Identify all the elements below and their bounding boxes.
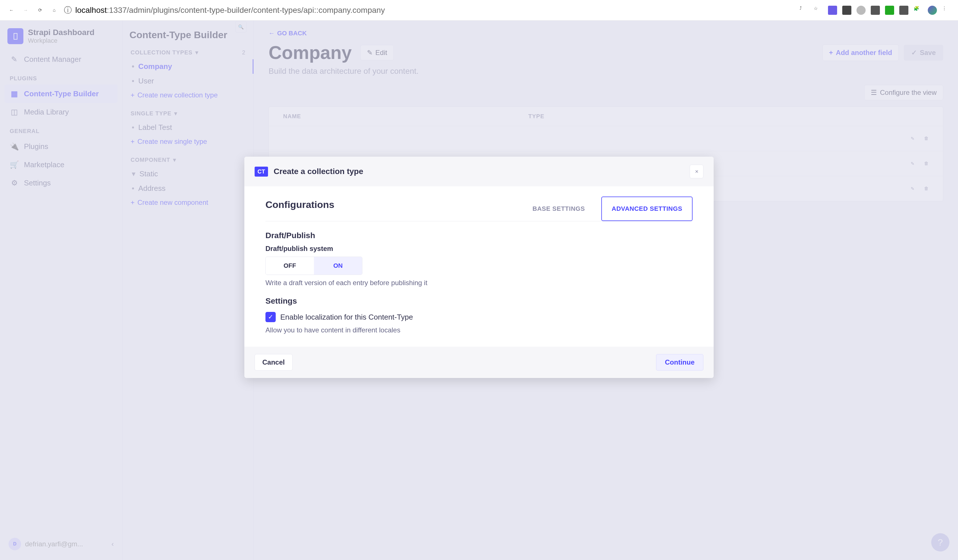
localization-label: Enable localization for this Content-Typ… [280,313,413,321]
settings-heading: Settings [265,287,693,310]
menu-icon[interactable]: ⋮ [942,6,951,15]
toggle-on[interactable]: ON [314,257,362,275]
tab-base-settings[interactable]: BASE SETTINGS [522,196,595,221]
ext-icon[interactable] [856,6,866,15]
draft-publish-heading: Draft/Publish [265,221,693,245]
ext-icon[interactable] [885,6,894,15]
share-icon[interactable]: ⤴ [799,6,809,15]
checkbox-checked-icon: ✓ [265,312,276,322]
tab-advanced-settings[interactable]: ADVANCED SETTINGS [601,196,693,221]
ext-icon[interactable] [828,6,837,15]
url-host: localhost [75,6,107,14]
continue-button[interactable]: Continue [656,354,703,370]
ext-icon[interactable] [842,6,852,15]
star-icon[interactable]: ☆ [814,6,823,15]
puzzle-icon[interactable]: 🧩 [914,6,923,15]
back-icon[interactable]: ← [7,6,16,15]
close-icon: ✕ [695,169,699,174]
forward-icon[interactable]: → [21,6,30,15]
toggle-off[interactable]: OFF [266,257,314,275]
draft-hint: Write a draft version of each entry befo… [265,275,693,287]
draft-toggle[interactable]: OFF ON [265,257,362,275]
profile-avatar[interactable] [928,6,937,15]
draft-system-label: Draft/publish system [265,245,693,257]
url-path: :1337/admin/plugins/content-type-builder… [107,6,385,14]
localization-hint: Allow you to have content in different l… [265,322,693,334]
browser-chrome: ← → ⟳ ⌂ ⓘ localhost:1337/admin/plugins/c… [0,0,958,21]
ext-icon[interactable] [899,6,909,15]
ct-badge: CT [255,167,268,177]
ext-icon[interactable] [871,6,880,15]
configurations-heading: Configurations [265,199,335,219]
create-collection-modal: CT Create a collection type ✕ Configurat… [244,157,714,378]
close-button[interactable]: ✕ [690,165,703,178]
home-icon[interactable]: ⌂ [49,6,59,15]
localization-checkbox[interactable]: ✓ Enable localization for this Content-T… [265,310,693,322]
browser-extensions: ⤴ ☆ 🧩 ⋮ [799,6,951,15]
modal-title: Create a collection type [274,167,363,176]
address-bar[interactable]: ⓘ localhost:1337/admin/plugins/content-t… [64,5,795,16]
reload-icon[interactable]: ⟳ [35,6,44,15]
cancel-button[interactable]: Cancel [255,354,293,370]
info-icon: ⓘ [64,5,72,16]
